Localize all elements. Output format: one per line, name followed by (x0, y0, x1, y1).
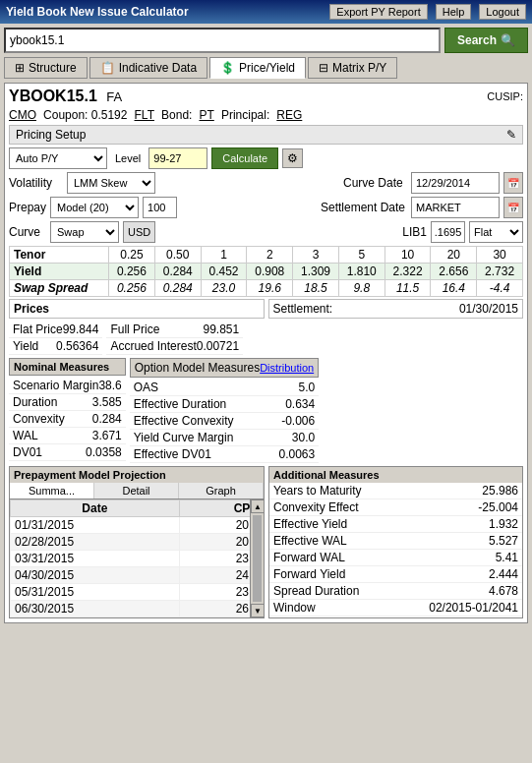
scroll-up-arrow[interactable]: ▲ (251, 499, 265, 513)
control-row-4: Curve Swap USD LIB1 Flat (9, 221, 523, 243)
control-row-2: Volatility LMM Skew Curve Date 📅 (9, 172, 523, 194)
prepay-projection-panel: Prepayment Model Projection Summa... Det… (9, 466, 265, 618)
curve-select[interactable]: Swap (50, 221, 119, 243)
years-to-maturity-row: Years to Maturity 25.986 (269, 483, 522, 499)
title-bar: Yield Book New Issue Calculator Export P… (0, 0, 532, 24)
tenor-label: Tenor (10, 247, 109, 264)
settlement-date-input[interactable] (411, 197, 500, 218)
wal-row: WAL 3.671 (9, 428, 126, 444)
effective-wal-row: Effective WAL 5.527 (269, 533, 522, 550)
distribution-link[interactable]: Distribution (260, 362, 314, 374)
prepay-tabs: Summa... Detail Graph (10, 483, 264, 499)
bond-type: FA (106, 89, 122, 104)
bond-principal: Principal: (221, 108, 269, 122)
convexity-row: Convexity 0.284 (9, 411, 126, 428)
spread-duration-row: Spread Duration 4.678 (269, 583, 522, 600)
prepay-row-3: 03/31/2015 23.7 (11, 551, 264, 567)
curve-date-input[interactable] (411, 172, 500, 194)
prepay-row-5: 05/31/2015 23.6 (11, 584, 264, 601)
cusip-label: CUSIP: (487, 90, 523, 102)
forward-yield-row: Forward Yield 2.444 (269, 566, 522, 583)
volatility-select[interactable]: LMM Skew (67, 172, 155, 194)
scroll-thumb[interactable] (253, 515, 262, 602)
yield-row: Yield 0.256 0.284 0.452 0.908 1.309 1.81… (10, 264, 523, 280)
nominal-measures-panel: Nominal Measures Scenario Margin 38.6 Du… (9, 358, 126, 463)
level-label: Level (115, 152, 141, 164)
bottom-section: Prepayment Model Projection Summa... Det… (9, 466, 523, 618)
bond-cmo: CMO (9, 108, 36, 122)
settlement-label: Settlement: (273, 302, 333, 316)
full-price-row: Full Price 99.851 (106, 322, 243, 338)
swap-spread-label: Swap Spread (10, 280, 109, 297)
app-title: Yield Book New Issue Calculator (6, 5, 189, 19)
search-icon: 🔍 (501, 33, 515, 47)
prepay-projection-header: Prepayment Model Projection (10, 467, 264, 483)
yield-label: Yield (10, 264, 109, 280)
nominal-measures-header: Nominal Measures (9, 358, 126, 376)
prices-two-col: Flat Price 99.844 Yield 0.56364 Full Pri… (9, 322, 523, 355)
tab-structure[interactable]: ⊞ Structure (4, 57, 88, 79)
scroll-down-arrow[interactable]: ▼ (251, 604, 265, 617)
tenor-row: Tenor 0.25 0.50 1 2 3 5 10 20 30 (10, 247, 523, 264)
prepay-tab-summary[interactable]: Summa... (10, 483, 94, 499)
prices-settlement-row: Prices Settlement: 01/30/2015 (9, 299, 523, 319)
flat-select[interactable]: Flat (469, 221, 523, 243)
prepay-tab-graph[interactable]: Graph (179, 483, 264, 499)
col-prices-right: Full Price 99.851 Accrued Interest 0.007… (106, 322, 243, 355)
search-button[interactable]: Search 🔍 (444, 28, 528, 53)
prepay-tab-detail[interactable]: Detail (94, 483, 179, 499)
forward-wal-row: Forward WAL 5.41 (269, 550, 522, 566)
search-input[interactable] (4, 28, 441, 53)
pricing-setup-edit-icon[interactable]: ✎ (506, 128, 516, 142)
tenor-yield-table: Tenor 0.25 0.50 1 2 3 5 10 20 30 Yield 0… (9, 246, 523, 297)
title-bar-buttons: Export PY Report Help Logout (329, 4, 526, 20)
pricing-setup-bar: Pricing Setup ✎ (9, 125, 523, 145)
col-prices-left: Flat Price 99.844 Yield 0.56364 (9, 322, 102, 355)
help-button[interactable]: Help (436, 4, 472, 20)
calculate-button[interactable]: Calculate (211, 147, 278, 169)
level-input[interactable] (148, 147, 207, 169)
accrued-row: Accrued Interest 0.00721 (106, 338, 243, 355)
structure-icon: ⊞ (15, 61, 25, 75)
tab-bar: ⊞ Structure 📋 Indicative Data 💲 Price/Yi… (4, 57, 528, 79)
settings-icon[interactable]: ⚙ (282, 148, 303, 168)
curve-date-calendar-icon[interactable]: 📅 (503, 172, 523, 194)
indicative-icon: 📋 (100, 61, 115, 75)
main-panel: YBOOK15.1 FA CUSIP: CMO Coupon: 0.5192 F… (4, 83, 528, 623)
control-row-1: Auto P/Y Level Calculate ⚙ (9, 147, 523, 169)
bond-name: YBOOK15.1 (9, 88, 97, 104)
lib1-value-input[interactable] (431, 221, 465, 243)
prepay-model-select[interactable]: Model (20) (50, 197, 139, 218)
additional-measures-panel: Additional Measures Years to Maturity 25… (268, 466, 523, 618)
matrix-icon: ⊟ (319, 61, 328, 75)
prepay-col-date: Date (11, 500, 180, 517)
prepay-row-1: 01/31/2015 20.1 (11, 517, 264, 534)
yield-curve-margin-row: Yield Curve Margin 30.0 (130, 430, 319, 446)
tab-price-yield[interactable]: 💲 Price/Yield (209, 57, 306, 79)
swap-spread-row: Swap Spread 0.256 0.284 23.0 19.6 18.5 9… (10, 280, 523, 297)
curve-label: Curve (9, 225, 46, 239)
bond-coupon: Coupon: 0.5192 (43, 108, 127, 122)
settlement-row: Settlement: 01/30/2015 (268, 299, 524, 319)
effective-yield-row: Effective Yield 1.932 (269, 516, 522, 533)
scenario-margin-row: Scenario Margin 38.6 (9, 378, 126, 394)
prepay-value-input[interactable] (143, 197, 177, 218)
volatility-label: Volatility (9, 176, 63, 190)
auto-py-select[interactable]: Auto P/Y (9, 147, 107, 169)
prepay-scrollbar[interactable]: ▲ ▼ (250, 499, 264, 617)
pricing-setup-label: Pricing Setup (16, 128, 86, 142)
bond-bond: Bond: (161, 108, 192, 122)
logout-button[interactable]: Logout (479, 4, 526, 20)
tab-matrix-py[interactable]: ⊟ Matrix P/Y (308, 57, 397, 79)
eff-duration-row: Effective Duration 0.634 (130, 396, 319, 413)
dv01-row: DV01 0.0358 (9, 444, 126, 461)
bond-flt: FLT (135, 108, 154, 122)
export-py-report-button[interactable]: Export PY Report (329, 4, 427, 20)
price-yield-icon: 💲 (220, 61, 235, 75)
bond-pt: PT (199, 108, 213, 122)
settlement-date-calendar-icon[interactable]: 📅 (503, 197, 523, 218)
tab-indicative-data[interactable]: 📋 Indicative Data (89, 57, 207, 79)
prepay-data-table: Date CPR 01/31/2015 20.1 02/28/2015 (10, 499, 264, 617)
prices-header: Prices (9, 299, 265, 319)
prepay-row-6: 06/30/2015 26.0 (11, 601, 264, 617)
